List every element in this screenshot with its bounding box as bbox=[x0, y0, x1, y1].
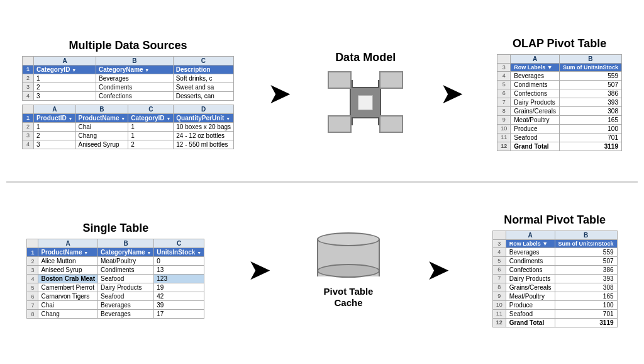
bottom-arrow-1: ➤ bbox=[248, 256, 270, 285]
dm-line-bottom-left bbox=[352, 118, 353, 125]
top-left-section: Multiple Data Sources A B C 1 CategoryID… bbox=[22, 39, 234, 149]
top-right-section: OLAP Pivot Table A B 3 Row Labels ▼ Sum … bbox=[497, 37, 622, 151]
main-container: Multiple Data Sources A B C 1 CategoryID… bbox=[0, 0, 644, 364]
bottom-left-section: Single Table A B C 1 ProductName ▼ Categ… bbox=[26, 222, 204, 319]
normal-pivot-table: A B 3 Row Labels ▼ Sum of UnitsInStock 4… bbox=[492, 230, 618, 327]
cylinder-bottom-ellipse bbox=[317, 264, 380, 278]
cylinder-shape bbox=[314, 232, 383, 283]
bottom-left-title: Single Table bbox=[82, 222, 148, 235]
multi-table-section: A B C 1 CategoryID ▼ CategoryName ▼ Desc… bbox=[22, 56, 234, 149]
top-arrow-1: ➤ bbox=[269, 79, 290, 108]
olap-pivot-table: A B 3 Row Labels ▼ Sum of UnitsInStock 4… bbox=[497, 54, 622, 151]
cache-label: Pivot Table Cache bbox=[324, 286, 374, 309]
top-arrow-2: ➤ bbox=[441, 79, 462, 108]
dm-bottomright-box bbox=[379, 115, 403, 133]
top-middle-title: Data Model bbox=[335, 51, 396, 64]
cylinder-wrapper: Pivot Table Cache bbox=[314, 232, 383, 309]
dm-topright-box bbox=[379, 71, 403, 89]
dm-inner-box bbox=[358, 95, 373, 110]
data-model-diagram bbox=[325, 68, 406, 137]
categories-table: A B C 1 CategoryID ▼ CategoryName ▼ Desc… bbox=[22, 56, 234, 101]
single-table: A B C 1 ProductName ▼ CategoryName ▼ Uni… bbox=[26, 239, 204, 319]
bottom-right-section: Normal Pivot Table A B 3 Row Labels ▼ Su… bbox=[492, 213, 618, 327]
dm-line-bottom-right bbox=[378, 118, 379, 125]
bottom-middle-section: Pivot Table Cache bbox=[314, 232, 383, 309]
products-table: A B C D 1 ProductID ▼ ProductName ▼ Cate… bbox=[22, 105, 234, 149]
dm-topleft-box bbox=[328, 71, 352, 89]
bottom-arrow-2: ➤ bbox=[427, 256, 448, 285]
top-row: Multiple Data Sources A B C 1 CategoryID… bbox=[6, 6, 638, 181]
bottom-row: Single Table A B C 1 ProductName ▼ Categ… bbox=[6, 183, 638, 358]
bottom-right-title: Normal Pivot Table bbox=[504, 213, 606, 227]
dm-line-top-right bbox=[378, 80, 379, 87]
dm-bottomleft-box bbox=[328, 115, 352, 133]
top-right-title: OLAP Pivot Table bbox=[513, 37, 606, 50]
cylinder-top-ellipse bbox=[317, 232, 380, 246]
top-middle-section: Data Model bbox=[325, 51, 406, 137]
top-left-title: Multiple Data Sources bbox=[69, 39, 187, 52]
dm-line-top-left bbox=[352, 80, 353, 87]
